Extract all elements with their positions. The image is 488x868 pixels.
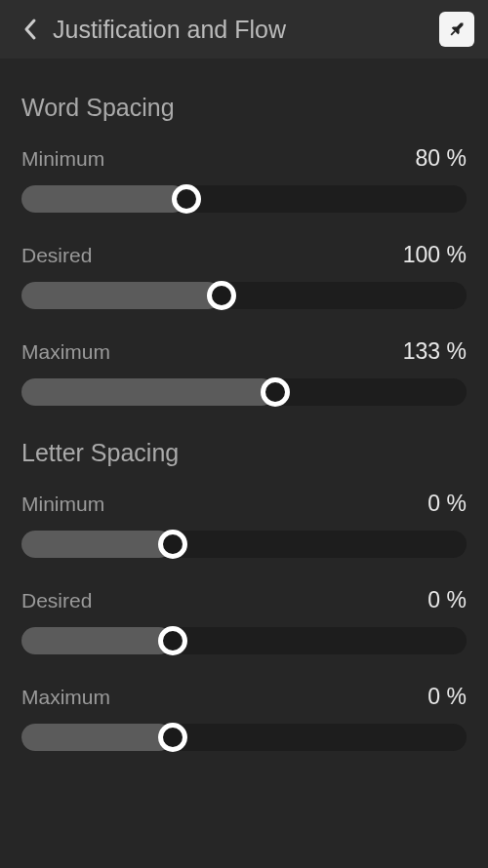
chevron-left-icon [23, 18, 37, 41]
slider-fill [21, 378, 275, 406]
slider-thumb[interactable] [158, 530, 187, 559]
slider-thumb[interactable] [172, 184, 201, 214]
word-spacing-maximum-slider[interactable] [21, 378, 467, 406]
slider-fill [21, 724, 173, 751]
word-spacing-minimum-row: Minimum 80 % [21, 145, 467, 213]
slider-value: 133 % [403, 338, 467, 365]
section-title-letter-spacing: Letter Spacing [21, 439, 467, 467]
slider-fill [21, 282, 222, 309]
letter-spacing-minimum-row: Minimum 0 % [21, 491, 467, 558]
letter-spacing-minimum-slider[interactable] [21, 531, 467, 558]
slider-thumb[interactable] [261, 377, 290, 407]
slider-fill [21, 185, 186, 213]
settings-panel: Word Spacing Minimum 80 % Desired 100 % … [0, 59, 488, 751]
panel-header: Justification and Flow [0, 0, 488, 59]
letter-spacing-maximum-slider[interactable] [21, 724, 467, 751]
slider-label: Maximum [21, 686, 110, 709]
panel-title: Justification and Flow [53, 16, 286, 44]
section-title-word-spacing: Word Spacing [21, 94, 467, 122]
svg-rect-0 [451, 30, 456, 35]
slider-fill [21, 627, 173, 654]
word-spacing-desired-row: Desired 100 % [21, 242, 467, 309]
slider-thumb[interactable] [158, 626, 187, 655]
pin-button[interactable] [439, 12, 474, 47]
pin-icon [446, 19, 468, 40]
slider-thumb[interactable] [207, 281, 236, 310]
slider-label: Minimum [21, 147, 104, 171]
letter-spacing-desired-slider[interactable] [21, 627, 467, 654]
slider-label: Desired [21, 244, 92, 267]
slider-thumb[interactable] [158, 723, 187, 752]
slider-label: Maximum [21, 340, 110, 364]
word-spacing-minimum-slider[interactable] [21, 185, 467, 213]
back-button[interactable] [16, 15, 45, 44]
word-spacing-desired-slider[interactable] [21, 282, 467, 309]
letter-spacing-desired-row: Desired 0 % [21, 587, 467, 654]
slider-value: 0 % [427, 491, 467, 517]
letter-spacing-maximum-row: Maximum 0 % [21, 684, 467, 751]
slider-value: 80 % [416, 145, 467, 172]
slider-value: 0 % [427, 684, 467, 710]
slider-value: 100 % [403, 242, 467, 268]
slider-fill [21, 531, 173, 558]
slider-label: Desired [21, 589, 92, 612]
word-spacing-maximum-row: Maximum 133 % [21, 338, 467, 406]
slider-value: 0 % [427, 587, 467, 613]
slider-label: Minimum [21, 493, 104, 516]
